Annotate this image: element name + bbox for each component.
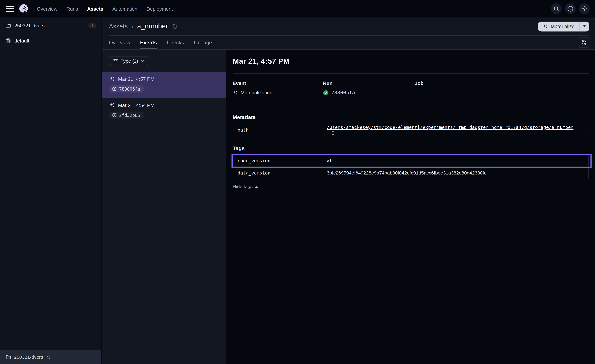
- run-success-icon: [323, 90, 329, 95]
- event-detail-heading: Mar 21, 4:57 PM: [233, 56, 589, 66]
- sidebar-item-group-default[interactable]: default: [0, 34, 101, 47]
- breadcrumb-assets-link[interactable]: Assets: [109, 23, 128, 30]
- event-type-filter[interactable]: Type (2): [109, 56, 148, 66]
- metadata-key: path: [233, 124, 322, 136]
- settings-icon[interactable]: [579, 3, 590, 14]
- table-row: data_version 3bfc269594ef649228e9a74bab0…: [233, 167, 589, 179]
- hamburger-menu-icon[interactable]: [6, 6, 14, 12]
- event-detail-panel: Mar 21, 4:57 PM Event Materialization: [226, 50, 595, 364]
- tag-key: code_version: [233, 154, 322, 167]
- event-timestamp: Mar 21, 4:57 PM: [118, 76, 155, 82]
- sparkles-icon: [543, 24, 548, 29]
- primary-nav: Overview Runs Assets Automation Deployme…: [37, 6, 173, 12]
- divider: [233, 73, 589, 73]
- tab-checks[interactable]: Checks: [167, 36, 184, 49]
- search-icon[interactable]: [551, 3, 562, 14]
- event-list-panel: Type (2) Mar 21, 4:57 PM: [102, 50, 226, 364]
- code-location-name: 250321-dvers: [14, 23, 45, 28]
- materialization-sparkles-icon: [233, 90, 238, 95]
- tab-lineage[interactable]: Lineage: [194, 36, 212, 49]
- tab-overview[interactable]: Overview: [109, 36, 130, 49]
- folder-icon: [5, 23, 11, 28]
- asset-catalog-sidebar: 250321-dvers 1 default: [0, 17, 102, 364]
- tag-value: 3bfc269594ef649228e9a74bab00f042efc91d5a…: [322, 167, 588, 179]
- folder-icon: [6, 355, 11, 360]
- metadata-table: path /Users/smackesey/stm/code/elementl/…: [233, 124, 589, 136]
- event-timestamp: Mar 21, 4:54 PM: [118, 102, 155, 108]
- filter-label: Type (2): [121, 58, 138, 64]
- materialize-label: Materialize: [551, 23, 574, 29]
- divider: [233, 105, 589, 105]
- run-id-pill[interactable]: 2fd32b85: [109, 112, 144, 119]
- tag-key: data_version: [233, 167, 322, 179]
- run-id: 788005fa: [119, 86, 140, 91]
- asset-group-icon: [5, 38, 11, 44]
- run-target-icon: [112, 86, 117, 91]
- table-row-highlighted: code_version v1: [233, 154, 589, 167]
- job-column-label: Job: [415, 80, 424, 86]
- run-id-link[interactable]: 788005fa: [331, 90, 355, 95]
- chevron-down-icon: [141, 60, 144, 62]
- refresh-icon[interactable]: [579, 37, 589, 48]
- asset-count-badge: 1: [88, 23, 96, 28]
- event-summary-row: Event Materialization Run: [233, 80, 589, 96]
- top-nav-actions: ?: [551, 3, 590, 14]
- nav-deployment[interactable]: Deployment: [147, 6, 173, 12]
- asset-header: Assets › a_number Materialize: [102, 17, 595, 50]
- nav-automation[interactable]: Automation: [112, 6, 137, 12]
- nav-overview[interactable]: Overview: [37, 6, 57, 12]
- materialize-button[interactable]: Materialize: [538, 21, 579, 31]
- event-list-item[interactable]: Mar 21, 4:57 PM 788005fa: [102, 72, 226, 98]
- dagster-app: Overview Runs Assets Automation Deployme…: [0, 0, 595, 364]
- event-list-item[interactable]: Mar 21, 4:54 PM 2fd32b85: [102, 98, 226, 124]
- metadata-path-link[interactable]: /Users/smackesey/stm/code/elementl/exper…: [327, 125, 574, 130]
- nav-assets[interactable]: Assets: [87, 6, 103, 12]
- nav-runs[interactable]: Runs: [66, 6, 78, 12]
- reload-location-icon[interactable]: [46, 355, 51, 360]
- hide-tags-label: Hide tags: [233, 184, 253, 189]
- breadcrumb-separator: ›: [131, 23, 133, 29]
- top-nav: Overview Runs Assets Automation Deployme…: [0, 0, 595, 17]
- tag-value: v1: [322, 154, 588, 167]
- filter-funnel-icon: [113, 59, 118, 63]
- sidebar-footer: 250321-dvers: [0, 350, 101, 364]
- page-title: a_number: [137, 22, 168, 30]
- event-type-value: Materialization: [241, 90, 272, 95]
- materialization-sparkles-icon: [109, 76, 115, 82]
- job-value: —: [415, 90, 420, 95]
- sidebar-item-code-location[interactable]: 250321-dvers 1: [0, 17, 101, 34]
- dagster-logo-icon[interactable]: [19, 4, 29, 14]
- tags-table: code_version v1 data_version 3bfc269594e…: [233, 154, 589, 179]
- asset-group-name: default: [14, 38, 29, 44]
- tab-events[interactable]: Events: [140, 36, 157, 49]
- materialize-dropdown-button[interactable]: [580, 21, 589, 31]
- run-id: 2fd32b85: [119, 112, 140, 118]
- svg-text:?: ?: [569, 7, 571, 11]
- event-column-label: Event: [233, 80, 323, 86]
- run-target-icon: [112, 113, 117, 118]
- materialization-sparkles-icon: [109, 102, 115, 108]
- breadcrumb: Assets › a_number Materialize: [102, 17, 595, 35]
- copy-path-icon[interactable]: [330, 130, 335, 135]
- table-spacer-cell: [581, 124, 589, 136]
- help-icon[interactable]: ?: [565, 3, 576, 14]
- chevron-down-icon: [583, 25, 586, 27]
- chevron-up-icon: [255, 186, 258, 188]
- materialize-split-button: Materialize: [538, 21, 589, 31]
- copy-asset-name-icon[interactable]: [172, 23, 177, 29]
- footer-code-location-name: 250321-dvers: [14, 355, 43, 360]
- run-column-label: Run: [323, 80, 415, 86]
- run-id-pill[interactable]: 788005fa: [109, 85, 144, 92]
- tags-heading: Tags: [233, 145, 589, 151]
- asset-tabs: Overview Events Checks Lineage: [102, 36, 595, 50]
- hide-tags-link[interactable]: Hide tags: [233, 184, 258, 189]
- table-row: path /Users/smackesey/stm/code/elementl/…: [233, 124, 589, 136]
- metadata-heading: Metadata: [233, 114, 589, 120]
